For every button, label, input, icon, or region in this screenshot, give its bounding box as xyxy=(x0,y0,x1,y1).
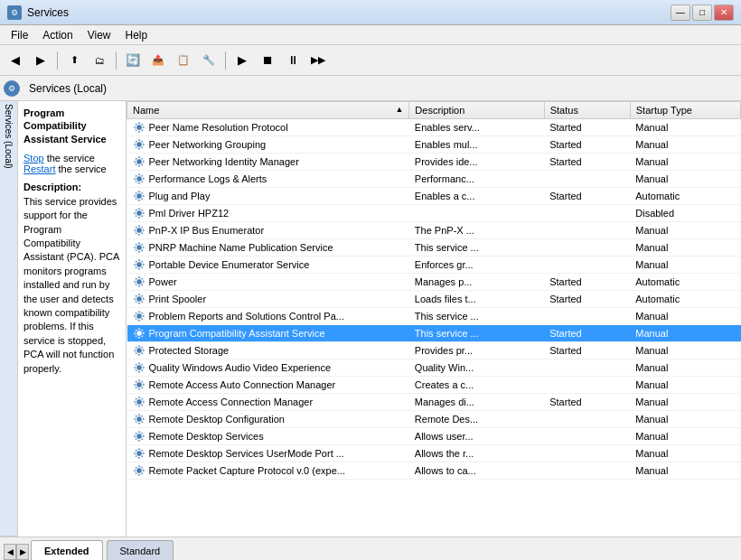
svg-point-18 xyxy=(136,280,141,285)
tab-extended[interactable]: Extended xyxy=(31,540,103,560)
table-row[interactable]: Peer Networking GroupingEnables mul...St… xyxy=(127,136,741,154)
stop-button[interactable]: ⏹ xyxy=(256,49,279,72)
start-button[interactable]: ▶ xyxy=(230,49,254,72)
left-panel: Program Compatibility Assistant Service … xyxy=(18,101,127,537)
toolbar: ◀ ▶ ⬆ 🗂 🔄 📤 📋 🔧 ▶ ⏹ ⏸ ▶▶ xyxy=(0,45,741,76)
back-button[interactable]: ◀ xyxy=(4,49,27,72)
table-row[interactable]: Plug and PlayEnables a c...StartedAutoma… xyxy=(127,188,741,205)
properties-button[interactable]: 🔧 xyxy=(197,49,220,72)
svg-point-10 xyxy=(136,211,141,216)
stop-action: Stop the service xyxy=(23,153,120,163)
table-row[interactable]: Remote Packet Capture Protocol v.0 (expe… xyxy=(127,462,741,480)
forward-button[interactable]: ▶ xyxy=(29,49,52,72)
menu-help[interactable]: Help xyxy=(118,27,155,43)
tree-panel: Services (Local) xyxy=(0,101,18,537)
table-row[interactable]: Performance Logs & AlertsPerformanc...Ma… xyxy=(127,171,741,188)
restart-button[interactable]: ▶▶ xyxy=(306,49,330,72)
close-button[interactable]: ✕ xyxy=(714,5,734,21)
table-row[interactable]: Peer Networking Identity ManagerProvides… xyxy=(127,154,741,171)
col-header-name[interactable]: Name ▲ xyxy=(127,102,409,119)
pause-button[interactable]: ⏸ xyxy=(281,49,305,72)
separator-1 xyxy=(57,51,58,70)
title-bar-left: ⚙ Services xyxy=(7,5,69,20)
svg-point-8 xyxy=(136,194,141,199)
service-actions: Stop the service Restart the service xyxy=(23,153,120,174)
export-button[interactable]: 📤 xyxy=(146,49,170,72)
table-row[interactable]: PNRP Machine Name Publication ServiceThi… xyxy=(127,239,741,257)
table-row[interactable]: PnP-X IP Bus EnumeratorThe PnP-X ...Manu… xyxy=(127,222,741,239)
svg-point-22 xyxy=(136,314,141,319)
table-row[interactable]: Remote Access Auto Connection ManagerCre… xyxy=(127,377,741,394)
services-tbody: Peer Name Resolution ProtocolEnables ser… xyxy=(127,119,741,480)
tab-scroll-right[interactable]: ▶ xyxy=(16,544,29,560)
help2-button[interactable]: 📋 xyxy=(172,49,195,72)
status-bar: ◀ ▶ Extended Standard xyxy=(0,537,741,560)
up-button[interactable]: ⬆ xyxy=(62,49,86,72)
restart-link[interactable]: Restart xyxy=(23,163,55,174)
service-description: This service provides support for the Pr… xyxy=(23,195,120,376)
tab-standard[interactable]: Standard xyxy=(107,540,174,560)
menu-bar: File Action View Help xyxy=(0,25,741,45)
table-row[interactable]: Remote Access Connection ManagerManages … xyxy=(127,394,741,411)
table-row[interactable]: Print SpoolerLoads files t...StartedAuto… xyxy=(127,291,741,308)
menu-view[interactable]: View xyxy=(80,27,118,43)
title-bar-controls: — □ ✕ xyxy=(671,5,734,21)
table-row[interactable]: Program Compatibility Assistant ServiceT… xyxy=(127,325,741,342)
refresh-button[interactable]: 🔄 xyxy=(121,49,145,72)
svg-point-2 xyxy=(136,143,141,147)
separator-2 xyxy=(116,51,117,70)
table-row[interactable]: Remote Desktop ConfigurationRemote Des..… xyxy=(127,411,741,428)
service-title: Program Compatibility Assistant Service xyxy=(23,107,120,145)
svg-point-28 xyxy=(136,366,141,370)
services-table[interactable]: Name ▲ Description Status Startup Type P… xyxy=(127,101,741,537)
stop-link[interactable]: Stop xyxy=(23,153,44,163)
col-header-status[interactable]: Status xyxy=(544,102,630,119)
right-panel: Name ▲ Description Status Startup Type P… xyxy=(127,101,741,537)
menu-file[interactable]: File xyxy=(4,27,35,43)
table-row[interactable]: Pml Driver HPZ12Disabled xyxy=(127,205,741,222)
table-row[interactable]: Protected StorageProvides pr...StartedMa… xyxy=(127,342,741,359)
table-header-row: Name ▲ Description Status Startup Type xyxy=(127,102,741,119)
table-row[interactable]: Remote Desktop Services UserMode Port ..… xyxy=(127,445,741,462)
svg-point-24 xyxy=(136,331,141,336)
menu-action[interactable]: Action xyxy=(35,27,80,43)
table-row[interactable]: Remote Desktop ServicesAllows user...Man… xyxy=(127,428,741,445)
app-icon: ⚙ xyxy=(7,5,22,20)
svg-point-36 xyxy=(136,434,141,439)
minimize-button[interactable]: — xyxy=(671,5,690,21)
stop-suffix: the service xyxy=(44,153,95,163)
tree-item-label: Services (Local) xyxy=(4,104,14,169)
svg-point-12 xyxy=(136,229,141,233)
separator-3 xyxy=(225,51,226,70)
maximize-button[interactable]: □ xyxy=(692,5,712,21)
restart-suffix: the service xyxy=(55,163,106,174)
svg-point-26 xyxy=(136,349,141,353)
tab-scroll-left[interactable]: ◀ xyxy=(4,544,16,560)
services-list: Name ▲ Description Status Startup Type P… xyxy=(127,101,741,480)
restart-action: Restart the service xyxy=(23,163,120,174)
table-row[interactable]: Peer Name Resolution ProtocolEnables ser… xyxy=(127,119,741,136)
svg-point-16 xyxy=(136,263,141,267)
service-desc-label: Description: xyxy=(23,182,120,192)
svg-point-32 xyxy=(136,400,141,405)
address-bar: ⚙ Services (Local) xyxy=(0,76,741,101)
title-bar: ⚙ Services — □ ✕ xyxy=(0,0,741,25)
tree-services-local[interactable]: Services (Local) xyxy=(0,101,17,537)
col-header-startup[interactable]: Startup Type xyxy=(630,102,740,119)
window-title: Services xyxy=(27,6,69,19)
svg-point-30 xyxy=(136,383,141,387)
svg-point-14 xyxy=(136,246,141,250)
col-header-desc[interactable]: Description xyxy=(409,102,544,119)
table-row[interactable]: Portable Device Enumerator ServiceEnforc… xyxy=(127,257,741,274)
svg-point-34 xyxy=(136,417,141,422)
table-row[interactable]: Problem Reports and Solutions Control Pa… xyxy=(127,308,741,325)
table-row[interactable]: Quality Windows Audio Video ExperienceQu… xyxy=(127,359,741,377)
svg-point-4 xyxy=(136,160,141,164)
address-bar-text: Services (Local) xyxy=(23,80,112,97)
table-row[interactable]: PowerManages p...StartedAutomatic xyxy=(127,274,741,291)
main-area: Services (Local) Program Compatibility A… xyxy=(0,101,741,537)
show-hide-button[interactable]: 🗂 xyxy=(88,49,111,72)
address-bar-icon: ⚙ xyxy=(4,80,20,97)
svg-point-38 xyxy=(136,452,141,456)
svg-point-0 xyxy=(136,126,141,130)
